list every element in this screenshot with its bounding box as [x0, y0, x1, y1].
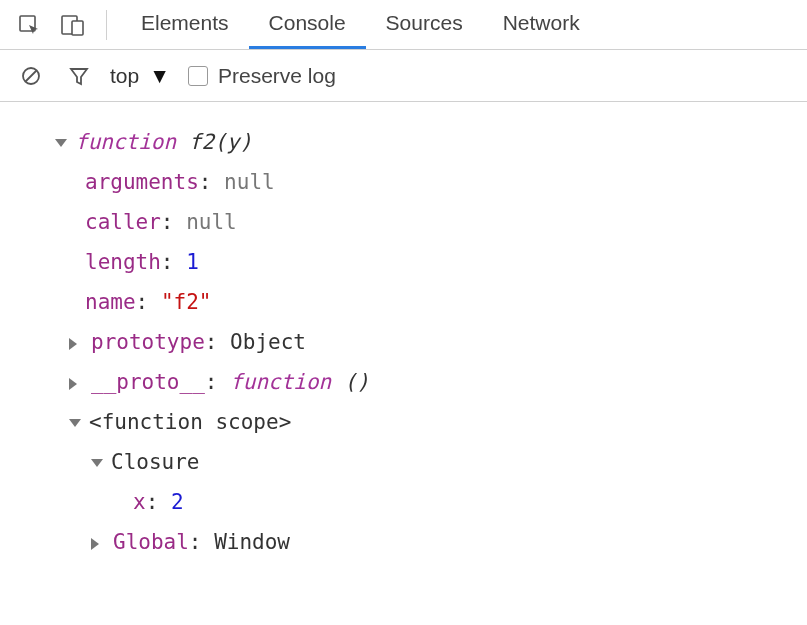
closure-var-x[interactable]: x: 2 — [55, 482, 807, 522]
function-scope[interactable]: <function scope> — [39, 402, 807, 442]
chevron-down-icon: ▼ — [149, 64, 170, 88]
console-output: function f2(y) arguments: null caller: n… — [0, 102, 807, 562]
preserve-log-label: Preserve log — [218, 64, 336, 88]
preserve-log-checkbox[interactable] — [188, 66, 208, 86]
closure[interactable]: Closure — [39, 442, 807, 482]
svg-rect-2 — [72, 21, 83, 35]
global-scope[interactable]: Global: Window — [39, 522, 807, 562]
triangle-right-icon — [69, 338, 83, 350]
prop-arguments[interactable]: arguments: null — [55, 162, 807, 202]
svg-line-4 — [26, 70, 37, 81]
triangle-down-icon — [69, 419, 81, 427]
separator — [106, 10, 107, 40]
tab-network[interactable]: Network — [483, 0, 600, 49]
tab-console[interactable]: Console — [249, 0, 366, 49]
devtools-tabbar: Elements Console Sources Network — [0, 0, 807, 50]
filter-icon[interactable] — [62, 59, 96, 93]
triangle-down-icon — [91, 459, 103, 467]
prop-proto[interactable]: __proto__: function () — [39, 362, 807, 402]
clear-console-icon[interactable] — [14, 59, 48, 93]
triangle-right-icon — [69, 378, 83, 390]
prop-name[interactable]: name: "f2" — [55, 282, 807, 322]
tab-elements[interactable]: Elements — [121, 0, 249, 49]
inspect-element-icon[interactable] — [12, 8, 46, 42]
device-toolbar-icon[interactable] — [56, 8, 90, 42]
triangle-down-icon — [55, 139, 67, 147]
console-toolbar: top ▼ Preserve log — [0, 50, 807, 102]
prop-length[interactable]: length: 1 — [55, 242, 807, 282]
context-selector[interactable]: top ▼ — [110, 64, 170, 88]
tab-sources[interactable]: Sources — [366, 0, 483, 49]
triangle-right-icon — [91, 538, 105, 550]
fn-header[interactable]: function f2(y) — [55, 122, 807, 162]
prop-prototype[interactable]: prototype: Object — [39, 322, 807, 362]
context-value: top — [110, 64, 139, 88]
prop-caller[interactable]: caller: null — [55, 202, 807, 242]
